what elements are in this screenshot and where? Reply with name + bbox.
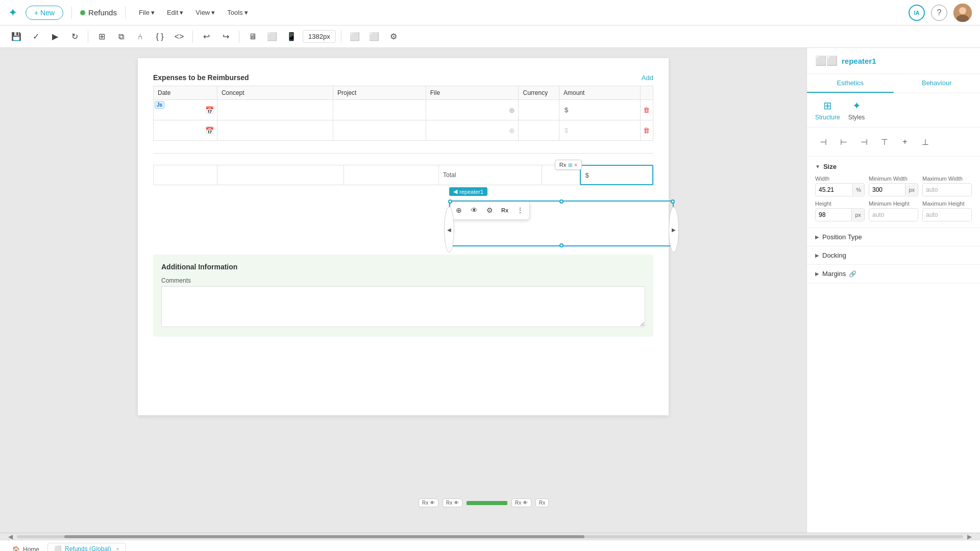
menu-tools[interactable]: Tools ▾: [222, 6, 253, 19]
help-button[interactable]: ?: [931, 5, 947, 21]
divider: [153, 153, 653, 154]
mobile-button[interactable]: 📱: [283, 29, 300, 45]
max-height-input[interactable]: [923, 209, 971, 221]
position-chevron: ▶: [815, 234, 819, 240]
docking-section[interactable]: ▶ Docking: [807, 246, 980, 265]
refresh-button[interactable]: ↻: [66, 29, 83, 45]
tree-button[interactable]: ⑃: [132, 29, 149, 45]
height-input[interactable]: [816, 209, 851, 221]
bottom-rx-row: Rx 👁 Rx 👁 Rx 👁 Rx: [419, 498, 549, 507]
canvas-page: Expenses to be Reimbursed Add Date Conce…: [138, 58, 669, 415]
save-button[interactable]: 💾: [8, 29, 24, 45]
upload-icon-1[interactable]: ⊕: [509, 106, 515, 114]
resize-handle-bc[interactable]: [559, 243, 564, 247]
min-height-input[interactable]: [869, 209, 918, 221]
check-button[interactable]: ✓: [28, 29, 44, 45]
svg-point-1: [959, 7, 966, 14]
align-middle-btn[interactable]: +: [897, 134, 913, 150]
toolbar-sep-3: [239, 31, 239, 43]
redo-button[interactable]: ↪: [217, 29, 234, 45]
ia-badge[interactable]: IA: [909, 5, 925, 21]
max-width-input[interactable]: [923, 184, 971, 196]
monitor-button[interactable]: ⬜: [347, 29, 363, 45]
align-center-btn[interactable]: ⊢: [836, 134, 852, 150]
concept-cell-2[interactable]: [217, 120, 333, 141]
menu-view[interactable]: View ▾: [190, 6, 220, 19]
min-width-unit: px: [905, 184, 918, 195]
h-scrollbar-thumb[interactable]: [64, 535, 585, 538]
new-button[interactable]: + New: [26, 6, 63, 20]
resize-handle-tr[interactable]: [671, 199, 675, 204]
file-cell-2[interactable]: ⊕: [426, 120, 519, 141]
calendar-icon-2[interactable]: 📅: [205, 127, 214, 135]
amount-cell-2[interactable]: $: [559, 120, 640, 141]
upload-icon-2[interactable]: ⊕: [509, 127, 515, 135]
concept-cell-1[interactable]: [217, 100, 333, 120]
toolbar-sep-1: [88, 31, 88, 43]
repeater-arrow-right[interactable]: ▶: [669, 207, 679, 253]
code-button[interactable]: { }: [152, 29, 168, 45]
browser-button[interactable]: ⬜: [366, 29, 382, 45]
date-cell-2[interactable]: 📅: [154, 120, 217, 141]
project-cell-2[interactable]: [333, 120, 426, 141]
tab-esthetics[interactable]: Esthetics: [807, 74, 894, 93]
play-button[interactable]: ▶: [47, 29, 63, 45]
project-cell-1[interactable]: [333, 100, 426, 120]
canvas-area[interactable]: Expenses to be Reimbursed Add Date Conce…: [0, 48, 806, 533]
docking-chevron: ▶: [815, 253, 819, 258]
file-cell-1[interactable]: ⊕: [426, 100, 519, 120]
date-cell-1[interactable]: Js 📅: [154, 100, 217, 120]
h-scrollbar-track[interactable]: [17, 535, 963, 538]
comments-textarea[interactable]: [161, 286, 645, 327]
refunds-tab[interactable]: ⬜ Refunds (Global) ×: [47, 543, 126, 551]
html-button[interactable]: <>: [171, 29, 187, 45]
col-concept: Concept: [217, 86, 333, 100]
user-avatar[interactable]: [953, 4, 972, 22]
min-width-input[interactable]: [869, 184, 905, 196]
delete-cell-2[interactable]: 🗑: [640, 120, 653, 141]
scroll-left-btn[interactable]: ◀: [8, 533, 13, 540]
styles-label: Styles: [848, 114, 865, 121]
undo-button[interactable]: ↩: [198, 29, 214, 45]
resize-handle-tl[interactable]: [448, 199, 452, 204]
scroll-right-btn[interactable]: ▶: [967, 533, 972, 540]
add-link[interactable]: Add: [642, 74, 653, 82]
repeater-selected[interactable]: ◀ ▶: [449, 201, 674, 246]
repeater-arrow-left[interactable]: ◀: [444, 207, 454, 253]
min-width-label: Minimum Width: [869, 176, 918, 182]
col-date: Date: [154, 86, 217, 100]
subtab-styles[interactable]: ✦ Styles: [848, 99, 865, 121]
home-tab[interactable]: 🏠 Home: [6, 544, 45, 552]
width-input[interactable]: [816, 184, 852, 196]
tab-behaviour[interactable]: Behaviour: [894, 74, 981, 93]
tablet-h-button[interactable]: ⬜: [264, 29, 280, 45]
layers-button[interactable]: ⧉: [113, 29, 129, 45]
delete-cell-1[interactable]: 🗑: [640, 100, 653, 120]
size-grid-2: Height px Minimum Height Maximum Height: [815, 201, 972, 221]
total-amount-input[interactable]: $: [580, 165, 653, 185]
align-bottom-btn[interactable]: ⊥: [917, 134, 934, 150]
align-top-btn[interactable]: ⊤: [876, 134, 893, 150]
close-tab-btn[interactable]: ×: [116, 546, 119, 552]
total-label-cell: Total: [438, 165, 542, 185]
amount-cell-1[interactable]: $: [559, 100, 640, 120]
margins-section[interactable]: ▶ Margins 🔗: [807, 265, 980, 283]
size-section-header[interactable]: ▼ Size: [815, 163, 972, 170]
col-amount: Amount: [559, 86, 640, 100]
desktop-button[interactable]: 🖥: [244, 29, 261, 45]
menu-file[interactable]: File ▾: [134, 6, 160, 19]
min-height-label: Minimum Height: [869, 201, 918, 207]
calendar-icon-1[interactable]: 📅: [205, 106, 214, 114]
structure-label: Structure: [815, 114, 840, 121]
comments-label: Comments: [161, 277, 645, 284]
currency-cell-1[interactable]: [519, 100, 559, 120]
position-type-section[interactable]: ▶ Position Type: [807, 228, 980, 246]
component-button[interactable]: ⊞: [93, 29, 110, 45]
menu-edit[interactable]: Edit ▾: [162, 6, 188, 19]
align-left-btn[interactable]: ⊣: [815, 134, 831, 150]
align-right-btn[interactable]: ⊣: [856, 134, 872, 150]
currency-cell-2[interactable]: [519, 120, 559, 141]
settings-button[interactable]: ⚙: [385, 29, 402, 45]
subtab-structure[interactable]: ⊞ Structure: [815, 99, 840, 121]
resize-handle-tc[interactable]: [559, 199, 564, 204]
